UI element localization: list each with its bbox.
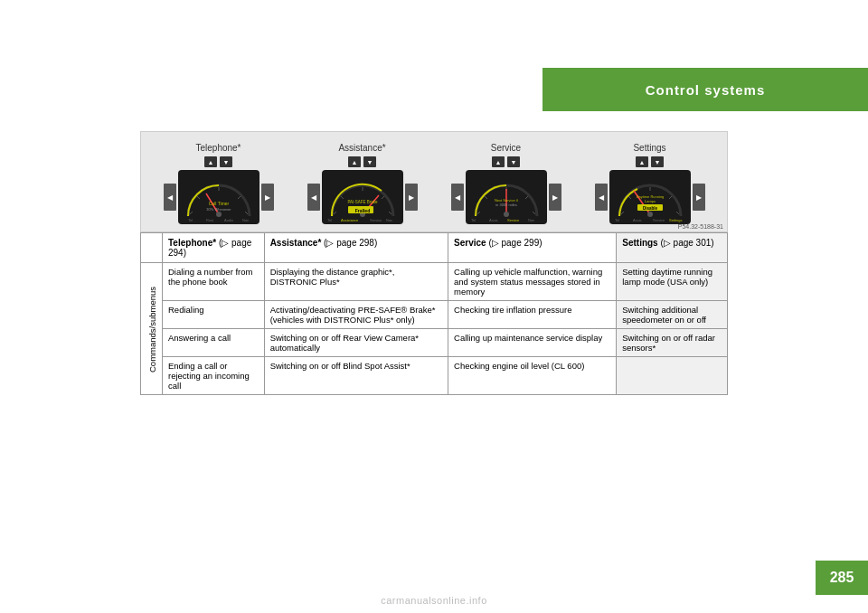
col-title-telephone: Telephone* xyxy=(168,238,216,248)
svg-text:Assis: Assis xyxy=(633,218,642,222)
assistance-arrows: ▲ ▼ xyxy=(348,156,376,167)
settings-arrows: ▲ ▼ xyxy=(636,156,664,167)
row-header-spacer xyxy=(141,233,163,263)
svg-text:Tel: Tel xyxy=(471,218,476,222)
assistance-gauge-wrapper: ◀ xyxy=(306,170,420,224)
main-content: Telephone* ▲ ▼ ◀ xyxy=(140,131,728,395)
svg-text:Service: Service xyxy=(370,218,382,222)
cell-telephone-2: Redialing xyxy=(163,301,265,329)
dash-label-telephone: Telephone* xyxy=(195,143,241,153)
down-arrow-telephone[interactable]: ▼ xyxy=(220,156,232,167)
col-title-assistance: Assistance* xyxy=(270,238,322,248)
svg-point-7 xyxy=(216,212,222,217)
cell-telephone-1: Dialing a number from the phone book xyxy=(163,263,265,301)
row-label-commands: Commands/submenus xyxy=(141,263,163,395)
cell-settings-4 xyxy=(617,357,728,395)
dash-col-assistance: Assistance* ▲ ▼ ◀ xyxy=(292,143,432,224)
svg-text:Nav: Nav xyxy=(528,218,534,222)
header-bar: Control systems xyxy=(542,68,868,111)
col-header-settings: Settings (▷ page 301) xyxy=(617,233,728,263)
page-number-text: 285 xyxy=(830,570,854,586)
cell-settings-2: Switching additional speedometer on or o… xyxy=(617,301,728,329)
assistance-gauge: PAI-SAFE Brake Fralled Tel Assistance Se… xyxy=(322,170,403,224)
dash-col-settings: Settings ▲ ▼ ◀ xyxy=(580,143,720,224)
cell-service-4: Checking engine oil level (CL 600) xyxy=(448,357,617,395)
col-header-assistance: Assistance* (▷ page 298) xyxy=(264,233,448,263)
svg-text:Tel: Tel xyxy=(327,218,332,222)
table-row-2: Redialing Activating/deactivating PRE-SA… xyxy=(141,301,728,329)
cell-telephone-4: Ending a call or rejecting an incoming c… xyxy=(163,357,265,395)
up-arrow-service[interactable]: ▲ xyxy=(492,156,505,167)
down-arrow-service[interactable]: ▼ xyxy=(507,156,520,167)
settings-gauge-wrapper: ◀ xyxy=(593,170,707,224)
svg-text:Tel: Tel xyxy=(188,218,193,222)
cell-assistance-4: Switching on or off Blind Spot Assist* xyxy=(264,357,448,395)
watermark: carmanualsonline.info xyxy=(381,595,487,606)
svg-text:Nav: Nav xyxy=(242,218,249,222)
page-number-badge: 285 xyxy=(816,561,868,595)
settings-gauge: Daytime Running Lamps Disable Tel Assis … xyxy=(609,170,691,224)
svg-text:PAI-SAFE Brake: PAI-SAFE Brake xyxy=(347,200,378,204)
cell-telephone-3: Answering a call xyxy=(163,329,265,357)
up-arrow-settings[interactable]: ▲ xyxy=(636,156,648,167)
info-table: Telephone* (▷ page 294) Assistance* (▷ p… xyxy=(140,232,728,395)
cell-assistance-2: Activating/deactivating PRE-SAFE® Brake*… xyxy=(264,301,448,329)
right-arrow-telephone[interactable]: ▶ xyxy=(261,184,274,211)
page-title: Control systems xyxy=(646,82,766,98)
down-arrow-assistance[interactable]: ▼ xyxy=(363,156,376,167)
svg-point-36 xyxy=(504,212,509,217)
col-title-service: Service xyxy=(454,238,486,248)
svg-text:in 3000 miles: in 3000 miles xyxy=(495,203,517,207)
cell-service-3: Calling up maintenance service display xyxy=(448,329,617,357)
dash-col-telephone: Telephone* ▲ ▼ ◀ xyxy=(148,143,288,224)
svg-text:Service: Service xyxy=(507,218,520,222)
service-arrows: ▲ ▼ xyxy=(492,156,520,167)
cell-service-1: Calling up vehicle malfunction, warning … xyxy=(448,263,617,301)
svg-text:Lamps: Lamps xyxy=(644,199,655,203)
svg-text:Service: Service xyxy=(653,218,665,222)
left-arrow-assistance[interactable]: ◀ xyxy=(307,184,320,211)
svg-text:Assistance: Assistance xyxy=(341,218,359,222)
svg-point-50 xyxy=(647,212,653,217)
right-arrow-service[interactable]: ▶ xyxy=(549,184,561,211)
cell-assistance-1: Displaying the distance graphic*, DISTRO… xyxy=(264,263,448,301)
left-arrow-service[interactable]: ◀ xyxy=(451,184,464,211)
service-gauge: Next Service # in 3000 miles Tel Assis S… xyxy=(466,170,547,224)
svg-text:30% Whenever: 30% Whenever xyxy=(206,207,231,212)
cell-assistance-3: Switching on or off Rear View Camera* au… xyxy=(264,329,448,357)
telephone-gauge: Call Timer 30% Whenever Tel Rest Audio N… xyxy=(178,170,259,224)
dash-label-settings: Settings xyxy=(633,143,665,153)
svg-text:Disable: Disable xyxy=(642,206,657,211)
dashboard-image: Telephone* ▲ ▼ ◀ xyxy=(140,131,728,232)
svg-text:Rest: Rest xyxy=(206,218,214,222)
dash-label-assistance: Assistance* xyxy=(338,143,385,153)
up-arrow-telephone[interactable]: ▲ xyxy=(204,156,217,167)
svg-text:Audio: Audio xyxy=(224,218,234,222)
table-row-3: Answering a call Switching on or off Rea… xyxy=(141,329,728,357)
col-pageref-settings: (▷ page 301) xyxy=(660,238,713,248)
table-row-1: Commands/submenus Dialing a number from … xyxy=(141,263,728,301)
svg-text:Call Timer: Call Timer xyxy=(208,201,229,206)
right-arrow-settings[interactable]: ▶ xyxy=(693,184,705,211)
table-row-4: Ending a call or rejecting an incoming c… xyxy=(141,357,728,395)
right-arrow-assistance[interactable]: ▶ xyxy=(405,184,418,211)
service-gauge-wrapper: ◀ xyxy=(449,170,563,224)
svg-text:Assis: Assis xyxy=(489,218,498,222)
cell-service-2: Checking tire inflation pressure xyxy=(448,301,617,329)
telephone-gauge-wrapper: ◀ xyxy=(162,170,276,224)
telephone-arrows: ▲ ▼ xyxy=(204,156,232,167)
left-arrow-telephone[interactable]: ◀ xyxy=(164,184,176,211)
up-arrow-assistance[interactable]: ▲ xyxy=(348,156,361,167)
down-arrow-settings[interactable]: ▼ xyxy=(651,156,664,167)
col-header-service: Service (▷ page 299) xyxy=(448,233,617,263)
cell-settings-1: Setting daytime running lamp mode (USA o… xyxy=(617,263,728,301)
col-title-settings: Settings xyxy=(622,238,657,248)
svg-text:Settings: Settings xyxy=(669,218,682,222)
svg-text:Fralled: Fralled xyxy=(354,208,369,213)
col-pageref-service: (▷ page 299) xyxy=(488,238,542,248)
svg-text:Nav: Nav xyxy=(386,218,392,222)
dash-label-service: Service xyxy=(491,143,521,153)
col-pageref-assistance: (▷ page 298) xyxy=(324,238,377,248)
dash-col-service: Service ▲ ▼ ◀ xyxy=(436,143,576,224)
left-arrow-settings[interactable]: ◀ xyxy=(595,184,608,211)
